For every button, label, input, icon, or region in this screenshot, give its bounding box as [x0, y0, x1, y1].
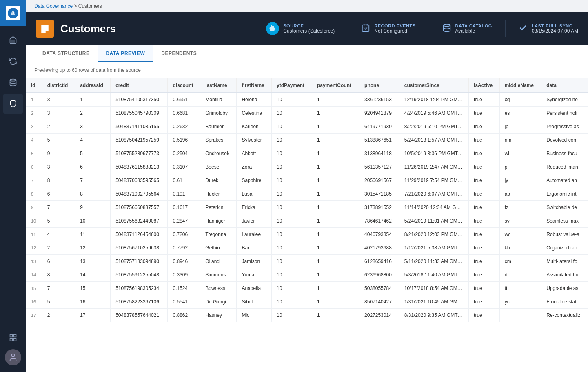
svg-rect-12: [362, 25, 369, 31]
sync-icon[interactable]: [3, 51, 23, 71]
table-row: 86850483719027955640.191HuxterLusa101301…: [26, 187, 588, 201]
table-cell: 5108757183094890: [111, 255, 168, 268]
table-cell: 1: [312, 107, 359, 120]
divider-1: [253, 20, 253, 37]
table-header-row: id districtId addressId credit discount …: [26, 78, 588, 93]
table-cell: 8/22/2019 6:10 PM GMT+00:00: [399, 120, 468, 134]
table-cell: 2056691567: [359, 174, 399, 187]
table-cell: 1: [312, 268, 359, 282]
table-cell: 0.7206: [168, 228, 200, 241]
table-cell: Hasney: [200, 309, 237, 322]
table-cell: Mic: [237, 309, 272, 322]
table-cell: 11/14/2020 12:34 AM GMT+00:00: [399, 201, 468, 214]
app-logo[interactable]: a: [0, 0, 26, 26]
table-cell: 10: [271, 93, 312, 107]
table-cell: 5/3/2018 11:40 AM GMT+00:00: [399, 268, 468, 282]
grid-icon[interactable]: [3, 328, 23, 347]
col-middleName: middleName: [499, 78, 541, 93]
database-icon[interactable]: [3, 73, 23, 92]
table-cell: Progressive as: [541, 120, 588, 134]
table-cell: 2: [75, 107, 111, 120]
col-ytdPayment: ytdPayment: [271, 78, 312, 93]
table-cell: 1: [312, 174, 359, 187]
table-cell: true: [469, 147, 500, 160]
table-cell: 3015471185: [359, 187, 399, 201]
table-cell: 1: [75, 93, 111, 107]
source-meta: Source Customers (Salesforce): [266, 22, 335, 35]
table-cell: 7864617462: [359, 214, 399, 228]
table-cell: 10: [75, 214, 111, 228]
table-cell: 6236968800: [359, 268, 399, 282]
table-cell: Beese: [200, 160, 237, 174]
table-cell: Abbott: [237, 147, 272, 160]
col-lastName: lastName: [200, 78, 237, 93]
col-districtId: districtId: [42, 78, 75, 93]
table-cell: 4: [42, 228, 75, 241]
table-cell: [499, 309, 541, 322]
table-cell: 0.1524: [168, 282, 200, 295]
svg-rect-11: [41, 31, 46, 33]
tab-data-structure[interactable]: DATA STRUCTURE: [34, 45, 98, 62]
table-cell: 10: [271, 174, 312, 187]
table-cell: true: [469, 107, 500, 120]
page-title: Customers: [60, 22, 116, 35]
table-cell: 4046793354: [359, 228, 399, 241]
table-cell: es: [499, 107, 541, 120]
table-area: Previewing up to 60 rows of data from th…: [26, 62, 588, 372]
tab-dependents[interactable]: DEPENDENTS: [153, 45, 205, 62]
table-cell: 5108758223367106: [111, 295, 168, 309]
breadcrumb-parent[interactable]: Data Governance: [34, 3, 73, 9]
table-cell: 2: [42, 241, 75, 255]
table-cell: Multi-lateral fo: [541, 255, 588, 268]
table-cell: Devolved com: [541, 134, 588, 147]
table-cell: 5/11/2020 11:33 AM GMT+00:00: [399, 255, 468, 268]
shield-icon[interactable]: [3, 94, 23, 114]
table-row: 1721750483785576440210.8862HasneyMic1012…: [26, 309, 588, 322]
table-cell: 12/19/2018 1:04 PM GMT+00:00: [399, 93, 468, 107]
table-cell: 5108755912255048: [111, 268, 168, 282]
col-discount: discount: [168, 78, 200, 93]
table-cell: Sibel: [237, 295, 272, 309]
divider-4: [505, 20, 506, 37]
table-cell: 1: [312, 282, 359, 295]
table-cell: Olland: [200, 255, 237, 268]
table-cell: 1: [26, 93, 42, 107]
user-avatar[interactable]: [5, 349, 21, 365]
table-cell: Zora: [237, 160, 272, 174]
table-cell: xq: [499, 93, 541, 107]
col-credit: credit: [111, 78, 168, 93]
table-cell: 3: [42, 160, 75, 174]
table-row: 1651651087582233671060.5541De GiorgiSibe…: [26, 295, 588, 309]
table-cell: 3: [26, 120, 42, 134]
table-cell: Peterkin: [200, 201, 237, 214]
salesforce-icon: [266, 22, 279, 35]
table-cell: 3: [42, 93, 75, 107]
table-cell: 10: [271, 214, 312, 228]
table-cell: 8: [42, 174, 75, 187]
table-cell: jp: [499, 120, 541, 134]
tab-data-preview[interactable]: DATA PREVIEW: [98, 45, 153, 62]
table-cell: true: [469, 201, 500, 214]
table-cell: 8: [75, 187, 111, 201]
table-cell: 0.1617: [168, 201, 200, 214]
table-cell: 3: [42, 107, 75, 120]
col-id: id: [26, 78, 42, 93]
table-cell: 5048378557644021: [111, 309, 168, 322]
table-cell: 11/29/2019 7:54 PM GMT+00:00: [399, 174, 468, 187]
table-cell: Jamison: [237, 255, 272, 268]
table-cell: 10: [271, 228, 312, 241]
table-cell: 6419771930: [359, 120, 399, 134]
table-cell: 5108755280677773: [111, 147, 168, 160]
table-row: 13151087541053173500.6551MontillaHelena1…: [26, 93, 588, 107]
breadcrumb-current: Customers: [78, 3, 102, 9]
table-cell: 1: [312, 228, 359, 241]
table-row: 1141150483711264546000.7206TregonnaLaura…: [26, 228, 588, 241]
table-cell: true: [469, 282, 500, 295]
col-data: data: [541, 78, 588, 93]
table-cell: Bar: [237, 241, 272, 255]
table-cell: Persistent holi: [541, 107, 588, 120]
home-icon[interactable]: [3, 30, 23, 50]
table-cell: 2: [42, 120, 75, 134]
table-cell: true: [469, 174, 500, 187]
table-cell: Helena: [237, 93, 272, 107]
